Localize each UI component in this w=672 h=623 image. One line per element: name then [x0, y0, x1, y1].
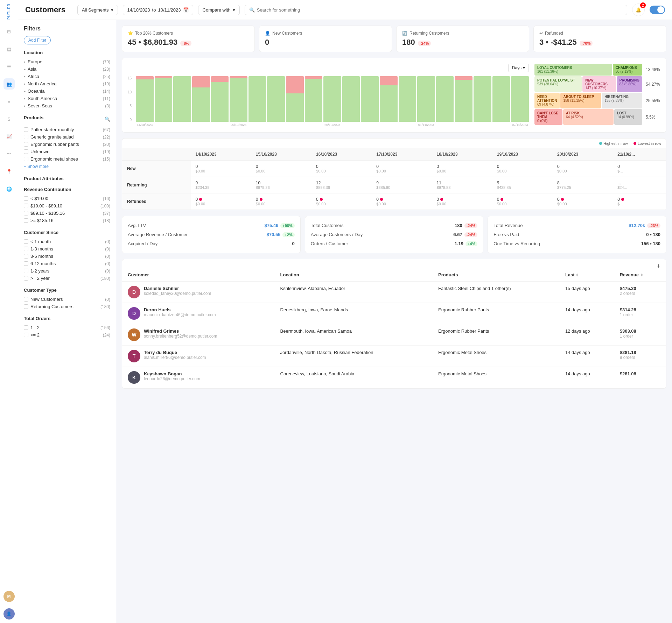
col-header-revenue[interactable]: Revenue ⇕	[614, 269, 666, 281]
product-metal-shoes[interactable]: Ergonomic metal shoes (15)	[24, 155, 110, 163]
customer-row-4[interactable]: K Keyshawn Bogan leonardo26@demo.putler.…	[122, 367, 666, 388]
customer-row-1[interactable]: D Deron Huels mauricio_kautzer46@demo.pu…	[122, 303, 666, 324]
search-products-icon[interactable]: 🔍	[105, 116, 110, 122]
search-input[interactable]	[257, 7, 623, 13]
since-1-3m-checkbox[interactable]	[24, 247, 28, 251]
revenue-gte185-checkbox[interactable]	[24, 218, 28, 223]
since-1-2y[interactable]: 1-2 years (0)	[24, 267, 110, 275]
wave-icon[interactable]: 〜	[4, 148, 15, 160]
revenue-19-89[interactable]: $19.00 - $89.10 (109)	[24, 202, 110, 210]
orders-1-2[interactable]: 1 - 2 (156)	[24, 324, 110, 331]
compare-dropdown[interactable]: Compare with ▾	[198, 5, 240, 15]
orders-1-2-checkbox[interactable]	[24, 325, 28, 330]
revenue-gte185[interactable]: >= $185.16 (18)	[24, 217, 110, 224]
product-granite-checkbox[interactable]	[24, 135, 28, 139]
since-lt1m[interactable]: < 1 month (0)	[24, 238, 110, 245]
analytics-icon[interactable]: 📈	[4, 131, 15, 142]
filter-north-america[interactable]: ▸North America (19)	[24, 80, 110, 87]
col-header-last[interactable]: Last ⇕	[560, 269, 614, 281]
customer-row-2[interactable]: W Winifred Grimes sonny.breitenberg52@de…	[122, 324, 666, 346]
product-rubber-checkbox[interactable]	[24, 142, 28, 147]
filter-oceania[interactable]: ▸Oceania (14)	[24, 87, 110, 95]
orders-gte2-checkbox[interactable]	[24, 333, 28, 337]
rfm-hibernating[interactable]: HIBERNATING 135 (9.53%)	[602, 93, 642, 108]
dollar-icon[interactable]: $	[4, 113, 15, 125]
add-filter-button[interactable]: Add Filter	[24, 36, 51, 44]
show-more-button[interactable]: + Show more	[24, 163, 110, 170]
customer-row-0[interactable]: D Danielle Schiller soledad_fahey20@demo…	[122, 281, 666, 303]
days-dropdown[interactable]: Days ▾	[508, 64, 529, 72]
since-1-2y-label: 1-2 years	[30, 268, 49, 274]
since-6-12m[interactable]: 6-12 months (0)	[24, 260, 110, 267]
revenue-89-185[interactable]: $89.10 - $185.16 (37)	[24, 210, 110, 217]
rfm-need-attention[interactable]: NEED ATTENTION 69 (4.87%)	[534, 93, 560, 108]
since-gte2y-checkbox[interactable]	[24, 276, 28, 281]
since-3-6m-checkbox[interactable]	[24, 254, 28, 259]
download-icon[interactable]: ⬇	[657, 263, 660, 269]
rfm-at-risk[interactable]: AT RISK 64 (4.52%)	[563, 109, 614, 125]
orders-gte2[interactable]: >= 2 (24)	[24, 331, 110, 339]
chart-bar-icon[interactable]: ▤	[4, 43, 15, 55]
bar-group-9	[305, 76, 323, 122]
stat-avg-customers-day: Average Customers / Day 6.67-24%	[311, 230, 478, 239]
since-1-3m[interactable]: 1-3 months (0)	[24, 245, 110, 253]
segment-dropdown[interactable]: All Segments ▾	[77, 5, 118, 15]
rfm-potential-loyalist[interactable]: POTENTIAL LOYALIST 539 (38.04%)	[534, 76, 582, 92]
grid-icon[interactable]: ⊞	[4, 26, 15, 37]
rfm-promising[interactable]: PROMISING 83 (5.86%)	[617, 76, 642, 92]
people-icon[interactable]: 👥	[4, 78, 15, 90]
revenue-lt19-checkbox[interactable]	[24, 196, 28, 201]
product-unknown-checkbox[interactable]	[24, 149, 28, 154]
date-range-picker[interactable]: 14/10/2023 to 10/11/2023 📅	[123, 5, 193, 15]
rfm-cant-lose-them[interactable]: CAN'T LOSE THEM 0 (0%)	[534, 109, 562, 125]
rfm-champions[interactable]: CHAMPIONS 30 (2.12%)	[613, 64, 643, 76]
customer-email-2: sonny.breitenberg52@demo.putler.com	[144, 334, 217, 339]
product-rubber[interactable]: Ergonomic rubber pants (20)	[24, 141, 110, 148]
filter-africa[interactable]: ▸Africa (25)	[24, 73, 110, 80]
table-icon[interactable]: ☰	[4, 61, 15, 72]
filter-asia[interactable]: ▸Asia (28)	[24, 65, 110, 73]
rfm-lost[interactable]: LOST 14 (0.99%)	[614, 109, 642, 125]
since-lt1m-label: < 1 month	[30, 239, 51, 244]
theme-toggle[interactable]	[650, 6, 665, 14]
since-6-12m-checkbox[interactable]	[24, 261, 28, 266]
rfm-loyal-customers[interactable]: LOYAL CUSTOMERS 161 (11.36%)	[534, 64, 612, 76]
product-putler[interactable]: Putler starter-monthly (67)	[24, 126, 110, 133]
rfm-about-to-sleep[interactable]: ABOUT TO SLEEP 158 (11.15%)	[560, 93, 601, 108]
product-granite[interactable]: Generic granite salad (22)	[24, 133, 110, 141]
notification-button[interactable]: 🔔 2	[632, 3, 645, 16]
bar-group-3	[192, 76, 210, 122]
type-returning[interactable]: Returning Customers (180)	[24, 303, 110, 310]
revenue-19-89-checkbox[interactable]	[24, 204, 28, 208]
product-metal-shoes-checkbox[interactable]	[24, 157, 28, 161]
type-new[interactable]: New Customers (0)	[24, 296, 110, 303]
products-filter: Products 🔍 Putler starter-monthly (67) G…	[24, 115, 110, 170]
since-3-6m[interactable]: 3-6 months (0)	[24, 253, 110, 260]
since-lt1m-checkbox[interactable]	[24, 239, 28, 244]
customer-list: ⬇ Customer Location Products Last ⇕ Reve…	[122, 259, 666, 389]
rfm-new-customers[interactable]: NEW CUSTOMERS 147 (10.37%)	[582, 76, 616, 92]
customer-row-3[interactable]: T Terry du Buque alanis.miller86@demo.pu…	[122, 346, 666, 367]
search-box[interactable]: 🔍	[245, 5, 627, 15]
list-icon[interactable]: ≡	[4, 96, 15, 107]
product-putler-checkbox[interactable]	[24, 127, 28, 132]
filter-south-america[interactable]: ▸South America (11)	[24, 95, 110, 102]
revenue-89-185-checkbox[interactable]	[24, 211, 28, 215]
since-gte2y[interactable]: >= 2 year (180)	[24, 275, 110, 282]
kpi-row: ⭐ Top 20% Customers 45 • $6,801.93 -8% 👤…	[122, 26, 666, 52]
since-3-6m-count: (0)	[105, 254, 110, 259]
filter-europe[interactable]: ▸Europe (79)	[24, 58, 110, 65]
revenue-lt19[interactable]: < $19.00 (16)	[24, 195, 110, 202]
type-returning-checkbox[interactable]	[24, 304, 28, 309]
lowest-dot	[634, 142, 636, 145]
globe-icon[interactable]: 🌐	[4, 183, 15, 194]
user-avatar-2[interactable]: 👤	[4, 608, 15, 620]
pin-icon[interactable]: 📍	[4, 166, 15, 177]
type-new-checkbox[interactable]	[24, 297, 28, 302]
customer-products-4: Ergonomic Metal Shoes	[433, 367, 560, 388]
product-unknown[interactable]: Unknown (19)	[24, 148, 110, 155]
since-1-2y-checkbox[interactable]	[24, 269, 28, 273]
filter-seven-seas[interactable]: ▸Seven Seas (3)	[24, 102, 110, 109]
user-avatar-m[interactable]: M	[4, 591, 15, 602]
stat-orders-customer: Orders / Customer 1.19+4%	[311, 239, 478, 248]
